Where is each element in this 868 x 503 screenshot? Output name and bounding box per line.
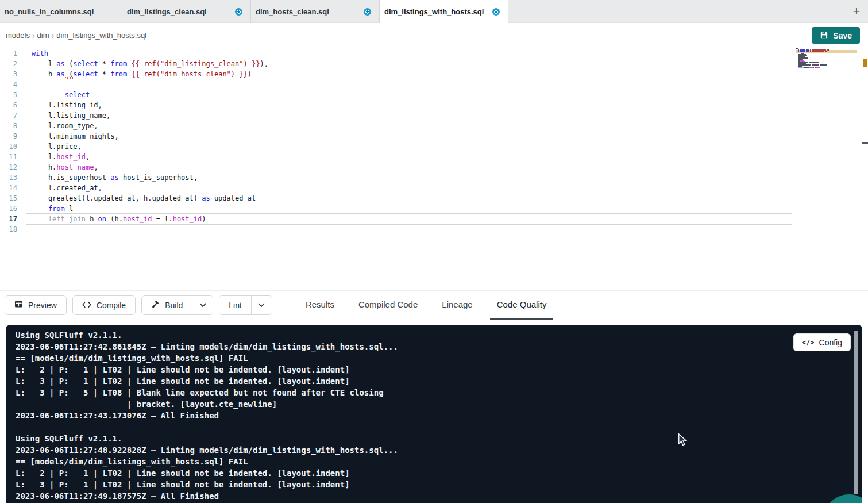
code-line[interactable]: 12 h.host_name,: [0, 162, 868, 172]
line-number: 5: [0, 90, 17, 100]
breadcrumb-bar: models›dim›dim_listings_with_hosts.sql S…: [0, 24, 868, 47]
code-line[interactable]: 10 l.price,: [0, 141, 868, 152]
breadcrumb-item[interactable]: dim: [37, 31, 49, 40]
code-text: select: [32, 90, 90, 100]
line-number: 17: [0, 214, 17, 224]
save-button[interactable]: Save: [812, 27, 860, 44]
ide-window: no_nulls_in_columns.sqldim_listings_clea…: [0, 0, 868, 503]
config-button[interactable]: </> Config: [793, 333, 851, 351]
line-number: 15: [0, 193, 17, 203]
code-line[interactable]: 2 l as (select * from {{ ref("dim_listin…: [0, 59, 868, 69]
code-text: l as (select * from {{ ref("dim_listings…: [32, 59, 268, 69]
lint-button[interactable]: Lint: [219, 296, 251, 314]
compile-button-group: Compile: [72, 295, 136, 315]
chevron-down-icon: [199, 301, 206, 309]
code-line[interactable]: 18: [0, 224, 868, 235]
file-tab[interactable]: no_nulls_in_columns.sql: [0, 0, 122, 23]
code-line[interactable]: 1with: [0, 48, 868, 59]
lint-label: Lint: [229, 301, 242, 310]
line-number: 18: [0, 224, 17, 235]
line-number: 14: [0, 183, 17, 193]
lint-dropdown-button[interactable]: [251, 296, 272, 314]
code-text: l.room_type,: [32, 121, 98, 131]
table-icon: [14, 300, 23, 310]
line-number: 7: [0, 110, 17, 121]
code-text: with: [32, 48, 48, 59]
tab-bar: no_nulls_in_columns.sqldim_listings_clea…: [0, 0, 868, 23]
line-number: 16: [0, 203, 17, 214]
line-number: 13: [0, 172, 17, 183]
code-line[interactable]: 13 h.is_superhost as host_is_superhost,: [0, 172, 868, 183]
code-line[interactable]: 9 l.minimum_nights,: [0, 131, 868, 141]
line-number: 6: [0, 100, 17, 110]
file-tab-label: dim_listings_clean.sql: [127, 7, 207, 16]
unsaved-indicator-icon: [492, 8, 500, 16]
code-line[interactable]: 11 l.host_id,: [0, 152, 868, 162]
code-editor[interactable]: 1with2 l as (select * from {{ ref("dim_l…: [0, 47, 868, 290]
code-line[interactable]: 6 l.listing_id,: [0, 100, 868, 110]
file-tab[interactable]: dim_listings_with_hosts.sql: [380, 0, 508, 24]
open-file-tabs: no_nulls_in_columns.sqldim_listings_clea…: [0, 0, 508, 23]
panel-tab-compiled-code[interactable]: Compiled Code: [352, 291, 425, 320]
line-number: 12: [0, 162, 17, 172]
mouse-cursor: [678, 433, 688, 449]
code-text: l.host_id,: [32, 152, 90, 162]
panel-tab-code-quality[interactable]: Code Quality: [490, 291, 554, 320]
breadcrumb-item[interactable]: models: [6, 31, 30, 40]
breadcrumb-item[interactable]: dim_listings_with_hosts.sql: [56, 31, 146, 40]
overview-ruler-border: [861, 47, 861, 290]
code-line[interactable]: 4: [0, 79, 868, 90]
line-number: 2: [0, 59, 17, 69]
hammer-icon: [151, 300, 160, 310]
code-line[interactable]: 15 greatest(l.updated_at, h.updated_at) …: [0, 193, 868, 203]
code-line[interactable]: 14 l.created_at,: [0, 183, 868, 193]
new-tab-button[interactable]: +: [845, 0, 868, 23]
line-number: 4: [0, 79, 17, 90]
code-icon: </>: [802, 339, 815, 347]
action-bar: PreviewCompileBuildLint ResultsCompiled …: [0, 290, 868, 319]
plus-icon: +: [853, 4, 861, 19]
code-text: h.is_superhost as host_is_superhost,: [32, 172, 198, 183]
code-line[interactable]: 5 select: [0, 90, 868, 100]
toolbar-buttons: PreviewCompileBuildLint: [5, 295, 278, 315]
lint-terminal[interactable]: Using SQLFluff v2.1.1. 2023-06-06T11:27:…: [6, 325, 862, 503]
file-tab[interactable]: dim_hosts_clean.sql: [251, 0, 380, 23]
line-number: 9: [0, 131, 17, 141]
code-text: from l: [32, 203, 73, 214]
preview-button-group: Preview: [5, 295, 67, 315]
minimap[interactable]: [796, 48, 857, 69]
help-beacon-button[interactable]: [823, 494, 862, 503]
line-number: 1: [0, 48, 17, 59]
code-text: left join h on (h.host_id = l.host_id): [32, 214, 206, 224]
minimap-line: [796, 68, 857, 69]
panel-tab-results[interactable]: Results: [299, 291, 341, 320]
preview-button[interactable]: Preview: [5, 296, 66, 314]
chevron-down-icon: [258, 301, 265, 309]
unsaved-indicator-icon: [235, 8, 242, 16]
code-line[interactable]: 17 left join h on (h.host_id = l.host_id…: [0, 214, 868, 224]
breadcrumb: models›dim›dim_listings_with_hosts.sql: [6, 24, 149, 47]
file-tab-label: dim_hosts_clean.sql: [256, 7, 329, 16]
line-number: 3: [0, 69, 17, 79]
panel-tab-lineage[interactable]: Lineage: [435, 291, 479, 320]
code-line[interactable]: 3 h as (select * from {{ ref("dim_hosts_…: [0, 69, 868, 79]
line-number: 10: [0, 141, 17, 152]
code-line[interactable]: 8 l.room_type,: [0, 121, 868, 131]
line-number: 8: [0, 121, 17, 131]
overview-ruler-cursor-marker: [862, 142, 868, 144]
build-button[interactable]: Build: [142, 296, 192, 314]
terminal-scrollbar[interactable]: [854, 331, 858, 494]
code-icon: [82, 301, 91, 310]
file-tab-label: dim_listings_with_hosts.sql: [384, 7, 484, 16]
code-line[interactable]: 16 from l: [0, 203, 868, 214]
panel-tabs: ResultsCompiled CodeLineageCode Quality: [299, 291, 564, 320]
build-dropdown-button[interactable]: [192, 296, 213, 314]
code-text: l.minimum_nights,: [32, 131, 119, 141]
breadcrumb-separator-icon: ›: [52, 31, 55, 40]
lint-error-squiggle: [65, 77, 73, 79]
code-line[interactable]: 7 l.listing_name,: [0, 110, 868, 121]
overview-ruler-warning-marker: [863, 59, 867, 67]
file-tab[interactable]: dim_listings_clean.sql: [122, 0, 251, 23]
build-label: Build: [165, 301, 183, 310]
compile-button[interactable]: Compile: [73, 296, 135, 314]
